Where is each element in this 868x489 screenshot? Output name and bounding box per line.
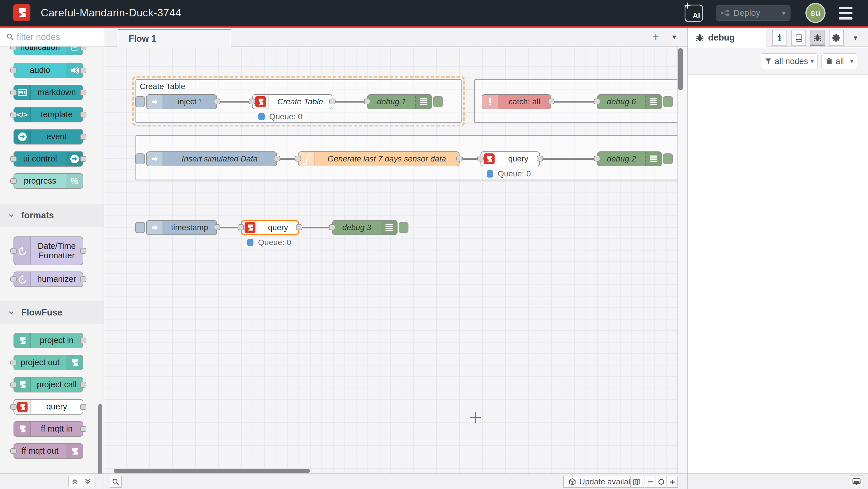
port[interactable] <box>10 90 17 95</box>
palette-node-ui-control[interactable]: ui control <box>13 151 83 167</box>
port[interactable] <box>10 448 17 454</box>
port[interactable] <box>80 382 86 387</box>
node-create-table-query[interactable]: Create Table <box>252 94 332 109</box>
palette-filter-input[interactable] <box>17 30 100 44</box>
port[interactable] <box>329 224 335 230</box>
sidebar-config-button[interactable] <box>829 30 844 46</box>
port[interactable] <box>10 277 17 282</box>
node-debug-3[interactable]: debug 3 <box>332 220 398 235</box>
wire[interactable] <box>332 101 367 103</box>
port[interactable] <box>10 360 17 366</box>
debug-clear-dropdown[interactable]: all ▾ <box>822 53 857 69</box>
debug-toggle-button[interactable] <box>399 222 408 233</box>
node-catch-all[interactable]: ! catch: all <box>482 94 551 109</box>
palette-node-markdown[interactable]: markdown <box>13 85 83 100</box>
canvas-vertical-scrollbar[interactable] <box>678 48 683 90</box>
sidebar-help-button[interactable] <box>791 30 806 46</box>
ai-assistant-button[interactable]: AI <box>685 5 703 22</box>
deploy-button[interactable]: Deploy ▾ <box>716 5 790 21</box>
deploy-caret-icon[interactable]: ▾ <box>782 9 786 18</box>
port[interactable] <box>10 47 17 50</box>
palette-scroll-area[interactable]: notification audio markdown </> template <box>0 47 104 473</box>
flow-canvas[interactable]: Create Table inject ¹ Create Table debug… <box>104 47 677 473</box>
palette-node-query[interactable]: query <box>13 399 83 414</box>
debug-toggle-button[interactable] <box>663 153 673 164</box>
port[interactable] <box>477 156 484 162</box>
main-menu-button[interactable] <box>839 7 854 20</box>
palette-node-audio[interactable]: audio <box>13 63 83 78</box>
palette-node-template[interactable]: </> template <box>13 107 83 122</box>
node-debug-2[interactable]: debug 2 <box>597 151 662 166</box>
port[interactable] <box>296 224 302 230</box>
port[interactable] <box>364 98 370 104</box>
port[interactable] <box>80 156 86 162</box>
palette-section-flowfuse[interactable]: FlowFuse <box>0 301 104 324</box>
tab-flow-1[interactable]: Flow 1 <box>118 29 231 48</box>
add-flow-button[interactable]: + <box>650 29 662 44</box>
sidebar-tabs-caret-icon[interactable]: ▾ <box>854 33 857 42</box>
port[interactable] <box>10 156 17 162</box>
port[interactable] <box>80 47 86 50</box>
wire[interactable] <box>217 101 252 103</box>
palette-expand-all-button[interactable] <box>81 476 94 487</box>
port[interactable] <box>594 98 600 104</box>
port[interactable] <box>594 156 600 162</box>
port[interactable] <box>238 224 244 230</box>
palette-node-event[interactable]: event <box>13 129 83 145</box>
node-query-3-selected[interactable]: query <box>241 220 299 235</box>
port[interactable] <box>80 67 86 73</box>
port[interactable] <box>80 248 86 254</box>
user-avatar[interactable]: su <box>805 3 826 23</box>
port[interactable] <box>80 404 86 410</box>
minimap-button[interactable] <box>630 476 642 488</box>
port[interactable] <box>80 338 86 343</box>
port[interactable] <box>80 277 86 282</box>
inject-button[interactable] <box>135 153 145 164</box>
port[interactable] <box>249 98 255 104</box>
canvas-horizontal-scrollbar[interactable] <box>114 469 310 473</box>
node-generate-sensor-data[interactable]: ƒ Generate last 7 days sensor data <box>298 151 460 166</box>
node-inject[interactable]: inject ¹ <box>146 94 217 109</box>
port[interactable] <box>80 426 86 432</box>
sidebar-tab-debug[interactable]: debug <box>688 28 766 48</box>
palette-node-progress[interactable]: progress % <box>13 173 83 189</box>
palette-node-ff-mqtt-out[interactable]: ff mqtt out <box>13 443 83 459</box>
palette-node-project-in[interactable]: project in <box>13 333 83 348</box>
palette-node-project-call[interactable]: project call <box>13 377 83 393</box>
tab-list-caret-icon[interactable]: ▾ <box>669 29 680 44</box>
palette-node-notification[interactable]: notification <box>13 47 83 55</box>
zoom-reset-button[interactable] <box>656 476 667 488</box>
node-query-2[interactable]: query <box>480 151 540 166</box>
palette-collapse-all-button[interactable] <box>68 476 82 487</box>
zoom-out-button[interactable]: − <box>645 476 656 488</box>
port[interactable] <box>80 112 86 117</box>
open-dashboard-button[interactable] <box>849 476 863 488</box>
canvas-search-button[interactable] <box>110 476 122 488</box>
port[interactable] <box>456 156 463 162</box>
port[interactable] <box>80 90 86 95</box>
node-debug-6[interactable]: debug 6 <box>597 94 662 109</box>
node-timestamp-inject[interactable]: timestamp <box>146 220 217 235</box>
palette-node-humanizer[interactable]: humanizer <box>13 271 83 287</box>
palette-section-formats[interactable]: formats <box>0 204 104 227</box>
wire[interactable] <box>540 158 597 160</box>
port[interactable] <box>10 382 17 387</box>
inject-button[interactable] <box>135 222 145 233</box>
wire[interactable] <box>217 227 241 228</box>
port[interactable] <box>10 404 17 410</box>
port[interactable] <box>329 98 336 104</box>
palette-node-datetime-formatter[interactable]: Date/Time Formatter <box>13 236 83 265</box>
node-debug-1[interactable]: debug 1 <box>367 94 432 109</box>
palette-node-project-out[interactable]: project out <box>13 355 83 370</box>
port[interactable] <box>10 112 17 117</box>
port[interactable] <box>80 134 86 140</box>
debug-filter-dropdown[interactable]: all nodes ▾ <box>761 53 817 69</box>
node-insert-simulated-data[interactable]: Insert simulated Data <box>146 151 277 166</box>
debug-toggle-button[interactable] <box>663 96 673 107</box>
sidebar-debug-button[interactable] <box>810 30 825 46</box>
port[interactable] <box>548 98 554 104</box>
port[interactable] <box>537 156 543 162</box>
port[interactable] <box>214 98 220 104</box>
palette-node-ff-mqtt-in[interactable]: ff mqtt in <box>13 421 83 437</box>
port[interactable] <box>10 248 17 254</box>
